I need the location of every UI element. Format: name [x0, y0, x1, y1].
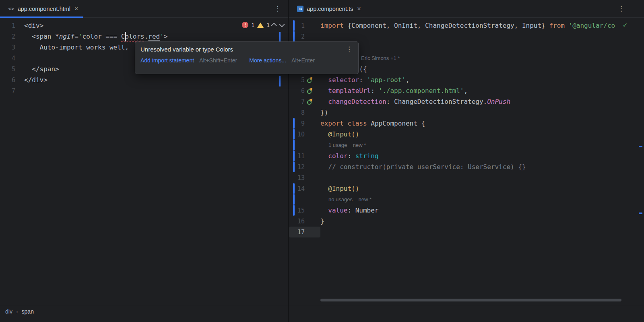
- tab-app-component-ts[interactable]: TS app.component.ts ×: [289, 0, 366, 17]
- line-number[interactable]: 9: [289, 120, 305, 127]
- vcs-change-bar[interactable]: [293, 31, 295, 42]
- line-number[interactable]: 14: [289, 185, 305, 192]
- vcs-change-bar[interactable]: [293, 118, 295, 129]
- code-line[interactable]: 14 @Input(): [289, 183, 644, 194]
- gutter[interactable]: 5: [289, 74, 320, 85]
- vcs-change-bar[interactable]: [293, 140, 295, 151]
- change-marker-stripe[interactable]: [279, 32, 281, 42]
- line-number[interactable]: 7: [0, 87, 15, 95]
- vcs-change-bar[interactable]: [293, 194, 295, 205]
- gutter[interactable]: 17: [289, 227, 320, 237]
- breadcrumb-div[interactable]: div: [5, 308, 12, 315]
- line-number[interactable]: 4: [0, 55, 15, 62]
- vcs-change-bar[interactable]: [293, 161, 295, 172]
- gutter[interactable]: 14: [289, 183, 320, 194]
- line-number[interactable]: 3: [0, 44, 15, 51]
- line-number[interactable]: 7: [289, 98, 305, 105]
- line-number[interactable]: 16: [289, 218, 305, 225]
- code-vision-hint-line[interactable]: no usages new *: [289, 194, 644, 205]
- gutter[interactable]: 6: [0, 74, 24, 85]
- add-import-statement-link[interactable]: Add import statement: [140, 57, 194, 64]
- code-vision-hint-line[interactable]: 1 usage new *: [289, 140, 644, 151]
- gutter[interactable]: [289, 140, 320, 151]
- code-line[interactable]: 16}: [289, 216, 644, 227]
- inspections-widget[interactable]: ! 1 1: [242, 22, 283, 28]
- code-line[interactable]: 7 changeDetection: ChangeDetectionStrate…: [289, 96, 644, 107]
- code-line[interactable]: 10 @Input(): [289, 129, 644, 140]
- gutter[interactable]: 8: [289, 107, 320, 118]
- vcs-change-bar[interactable]: [293, 20, 295, 31]
- line-number[interactable]: 17: [289, 229, 305, 236]
- inspections-ok-icon[interactable]: ✓: [623, 21, 627, 29]
- gutter[interactable]: 16: [289, 216, 320, 227]
- code-line[interactable]: 6</div>: [0, 74, 288, 85]
- tab-app-component-html[interactable]: <> app.component.html ×: [0, 0, 83, 17]
- vcs-change-bar[interactable]: [293, 183, 295, 194]
- line-number[interactable]: 11: [289, 153, 305, 160]
- gutter[interactable]: 3: [0, 42, 24, 53]
- angular-gutter-icon[interactable]: [307, 98, 314, 105]
- gutter[interactable]: [289, 194, 320, 205]
- vcs-change-bar[interactable]: [293, 205, 295, 216]
- gutter[interactable]: 2: [289, 31, 320, 42]
- hint-text[interactable]: no usages new *: [320, 194, 644, 205]
- gutter[interactable]: 9: [289, 118, 320, 129]
- vcs-change-bar[interactable]: [293, 129, 295, 140]
- angular-gutter-icon[interactable]: [307, 76, 314, 83]
- code-line[interactable]: 2: [289, 31, 644, 42]
- change-marker-stripe[interactable]: [639, 146, 642, 147]
- close-tab-icon[interactable]: ×: [357, 6, 361, 12]
- code-line[interactable]: 12 // constructor(private userService: U…: [289, 161, 644, 172]
- line-number[interactable]: 13: [289, 174, 305, 182]
- gutter[interactable]: 7: [289, 96, 320, 107]
- line-number[interactable]: 10: [289, 131, 305, 138]
- gutter[interactable]: 7: [0, 85, 24, 96]
- gutter[interactable]: 15: [289, 205, 320, 216]
- line-number[interactable]: 6: [0, 76, 15, 84]
- code-line[interactable]: 5 selector: 'app-root',: [289, 74, 644, 85]
- line-number[interactable]: 15: [289, 207, 305, 214]
- gutter[interactable]: 4: [0, 53, 24, 64]
- line-number[interactable]: 1: [0, 22, 15, 29]
- previous-problem-icon[interactable]: [271, 23, 277, 28]
- code-line[interactable]: 6 templateUrl: './app.component.html',: [289, 85, 644, 96]
- gutter[interactable]: 13: [289, 172, 320, 183]
- code-line[interactable]: 15 value: Number: [289, 205, 644, 216]
- change-marker-stripe[interactable]: [279, 76, 281, 87]
- code-line[interactable]: 13: [289, 172, 644, 183]
- right-more-options-icon[interactable]: ⋮: [618, 5, 644, 12]
- popup-more-icon[interactable]: ⋮: [346, 46, 353, 53]
- line-number[interactable]: 8: [289, 109, 305, 116]
- hint-text[interactable]: Eric Simons +1 *: [320, 53, 644, 64]
- breadcrumb-span[interactable]: span: [22, 308, 34, 315]
- code-line[interactable]: 11 color: string: [289, 151, 644, 161]
- left-more-options-icon[interactable]: ⋮: [274, 5, 288, 12]
- hint-text[interactable]: 1 usage new *: [320, 140, 644, 151]
- gutter[interactable]: 2: [0, 31, 24, 42]
- code-line[interactable]: 9export class AppComponent {: [289, 118, 644, 129]
- line-number[interactable]: 6: [289, 87, 305, 95]
- change-marker-stripe[interactable]: [639, 213, 642, 214]
- line-number[interactable]: 2: [0, 33, 15, 40]
- gutter[interactable]: 1: [0, 20, 24, 31]
- gutter[interactable]: 1: [289, 20, 320, 31]
- more-actions-link[interactable]: More actions...: [249, 57, 286, 64]
- close-tab-icon[interactable]: ×: [74, 6, 78, 12]
- code-line[interactable]: 1import {Component, OnInit, ChangeDetect…: [289, 20, 644, 31]
- gutter[interactable]: 6: [289, 85, 320, 96]
- gutter[interactable]: 12: [289, 161, 320, 172]
- line-number[interactable]: 2: [289, 33, 305, 40]
- code-line[interactable]: 8}): [289, 107, 644, 118]
- vcs-change-bar[interactable]: [293, 151, 295, 161]
- gutter[interactable]: 5: [0, 64, 24, 74]
- code-line[interactable]: 2 <span *ngIf='color === Colors.red'>: [0, 31, 288, 42]
- line-number[interactable]: 5: [289, 76, 305, 84]
- gutter[interactable]: 10: [289, 129, 320, 140]
- line-number[interactable]: 12: [289, 163, 305, 171]
- code-line[interactable]: 17: [289, 227, 644, 237]
- code-line[interactable]: 7: [0, 85, 288, 96]
- gutter[interactable]: 11: [289, 151, 320, 161]
- line-number[interactable]: 1: [289, 22, 305, 29]
- angular-gutter-icon[interactable]: [307, 87, 314, 94]
- horizontal-scrollbar[interactable]: [320, 299, 621, 301]
